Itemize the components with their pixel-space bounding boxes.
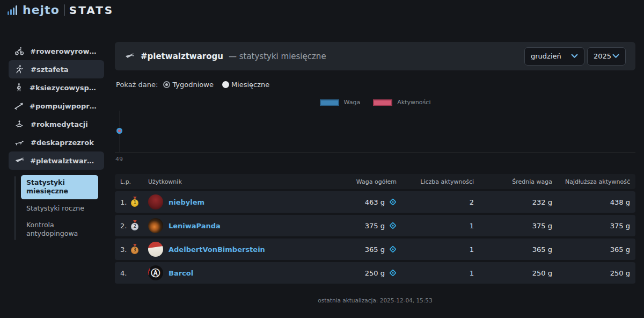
sidebar: #rowerowyrownik #sztafeta #ksiezycowyspa…	[9, 42, 104, 243]
rank-cell: 3. 3	[120, 245, 148, 254]
diamond-icon	[389, 198, 397, 206]
col-uzytkownik: Użytkownik	[148, 178, 311, 185]
chart-data-point	[116, 128, 122, 134]
legend-swatch	[373, 99, 392, 106]
sidebar-item-sztafeta[interactable]: #sztafeta	[9, 60, 104, 78]
avatar[interactable]	[148, 194, 163, 209]
diamond-icon	[389, 269, 397, 277]
sidebar-item-pletwalztwarogu[interactable]: #pletwalztwarogu	[9, 151, 104, 170]
waga-ogolem-cell: 365 g	[311, 245, 397, 254]
table-row[interactable]: 1. 1 niebylem 463 g 2 232 g 438 g	[115, 191, 635, 213]
najdluzsza-aktywnosc-cell: 438 g	[552, 198, 630, 206]
sidebar-item-label: #sztafeta	[31, 66, 69, 74]
user-cell: niebylem	[148, 194, 311, 209]
diamond-icon	[389, 222, 397, 229]
user-cell: LeniwaPanda	[148, 218, 311, 233]
username-link[interactable]: niebylem	[169, 198, 204, 206]
submenu-item-statystyki-miesięczne[interactable]: Statystyki miesięczne	[21, 175, 98, 199]
x-axis-tick: 49	[115, 156, 123, 163]
legend-label: Waga	[344, 99, 361, 106]
radio-miesięczne[interactable]	[222, 81, 229, 88]
chart-x-axis	[115, 152, 635, 153]
plank-icon	[14, 138, 25, 147]
chevron-down-icon	[571, 52, 578, 60]
liczba-aktywnosci-cell: 1	[397, 269, 474, 277]
rank: 1.	[120, 198, 127, 206]
medal-gold-icon: 1	[131, 199, 138, 207]
rank: 3.	[120, 245, 127, 254]
hejto-stats-app: hejto STATS #rowerowyrownik #sztafeta #k…	[0, 0, 644, 318]
chevron-down-icon	[612, 52, 619, 60]
legend-swatch	[320, 99, 339, 106]
user-cell: AdelbertVonBimberstein	[148, 242, 311, 257]
sidebar-item-label: #pletwalztwarogu	[30, 157, 99, 165]
avatar[interactable]	[148, 218, 163, 233]
col-waga-ogolem: Waga ogółem	[311, 178, 397, 185]
username-link[interactable]: Barcol	[169, 269, 193, 277]
sidebar-submenu: Statystyki miesięczneStatystyki roczneKo…	[14, 175, 104, 241]
swimmer-icon	[125, 52, 134, 61]
col-srednia-waga: Średnia waga	[474, 178, 552, 185]
month-select-value: grudzień	[531, 52, 561, 60]
last-update-text: ostatnia aktualizacja: 2025-12-04, 15:53	[115, 297, 635, 303]
najdluzsza-aktywnosc-cell: 375 g	[552, 222, 630, 230]
srednia-waga-cell: 232 g	[474, 198, 552, 206]
logo-brand: hejto	[23, 3, 60, 17]
medal-bronze-icon: 3	[131, 247, 138, 254]
walker-icon	[14, 83, 24, 92]
logo-divider	[64, 4, 65, 16]
table-row[interactable]: 2. 2 LeniwaPanda 375 g 1 375 g 375 g	[115, 215, 635, 236]
table-header: L.p. Użytkownik Waga ogółem Liczba aktyw…	[115, 174, 635, 189]
page-header: #pletwalztwarogu — statystyki miesięczne…	[115, 42, 635, 70]
submenu-item-kontrola-antydopingowa[interactable]: Kontrola antydopingowa	[21, 218, 98, 242]
srednia-waga-cell: 375 g	[474, 222, 552, 230]
diamond-icon	[389, 245, 397, 253]
liczba-aktywnosci-cell: 1	[397, 222, 474, 230]
meditation-icon	[14, 119, 25, 129]
legend-entry-aktywności[interactable]: Aktywności	[373, 99, 430, 106]
rank: 2.	[120, 222, 127, 230]
runner-icon	[14, 64, 25, 74]
radio-option-miesięczne[interactable]: Miesięczne	[222, 81, 269, 89]
sidebar-item-pompujwpoprzekzi[interactable]: #pompujwpoprzekzi…	[9, 97, 104, 115]
avatar[interactable]	[148, 242, 163, 257]
month-select[interactable]: grudzień	[524, 47, 584, 66]
sidebar-item-rokmedytacji[interactable]: #rokmedytacji	[9, 115, 104, 133]
sidebar-item-label: #ksiezycowyspacer	[30, 84, 99, 92]
table-row[interactable]: 3. 3 AdelbertVonBimberstein 365 g 1 365 …	[115, 238, 635, 260]
chart-legend: Waga Aktywności	[115, 99, 635, 106]
col-najdluzsza-aktywnosc: Najdłuższa aktywność	[552, 178, 630, 185]
username-link[interactable]: LeniwaPanda	[169, 222, 221, 230]
rank: 4.	[120, 269, 127, 277]
sidebar-item-label: #rokmedytacji	[31, 120, 88, 128]
waga-ogolem-cell: 375 g	[311, 222, 397, 230]
radio-tygodniowe[interactable]	[163, 81, 170, 88]
srednia-waga-cell: 365 g	[474, 245, 552, 254]
show-data-controls: Pokaż dane: Tygodniowe Miesięczne	[116, 81, 269, 89]
year-select-value: 2025	[594, 52, 611, 60]
year-select[interactable]: 2025	[587, 47, 626, 66]
legend-entry-waga[interactable]: Waga	[320, 99, 361, 106]
table-row[interactable]: 4. Ⓐ Barcol 250 g 1 250 g 250 g	[115, 262, 635, 284]
cyclist-icon	[14, 46, 24, 56]
liczba-aktywnosci-cell: 2	[397, 198, 474, 206]
radio-option-tygodniowe[interactable]: Tygodniowe	[163, 81, 214, 89]
sidebar-item-ksiezycowyspacer[interactable]: #ksiezycowyspacer	[9, 78, 104, 97]
radio-label: Tygodniowe	[172, 81, 214, 89]
medal-silver-icon: 2	[131, 223, 138, 230]
logo-suffix: STATS	[69, 4, 114, 17]
logo[interactable]: hejto STATS	[8, 3, 114, 17]
avatar[interactable]: Ⓐ	[148, 265, 163, 280]
page-subtitle: — statystyki miesięczne	[229, 52, 326, 61]
benchpress-icon	[14, 101, 24, 111]
username-link[interactable]: AdelbertVonBimberstein	[169, 245, 265, 254]
sidebar-item-deskaprzezrok[interactable]: #deskaprzezrok	[9, 133, 104, 151]
najdluzsza-aktywnosc-cell: 250 g	[552, 269, 630, 277]
sidebar-item-rowerowyrownik[interactable]: #rowerowyrownik	[9, 42, 104, 60]
radio-label: Miesięczne	[231, 81, 269, 89]
stats-table: L.p. Użytkownik Waga ogółem Liczba aktyw…	[115, 174, 635, 284]
weekly-chart: Waga Aktywności 49	[115, 97, 635, 168]
submenu-item-statystyki-roczne[interactable]: Statystyki roczne	[21, 201, 98, 216]
user-cell: Ⓐ Barcol	[148, 265, 311, 280]
rank-cell: 1. 1	[120, 198, 148, 207]
